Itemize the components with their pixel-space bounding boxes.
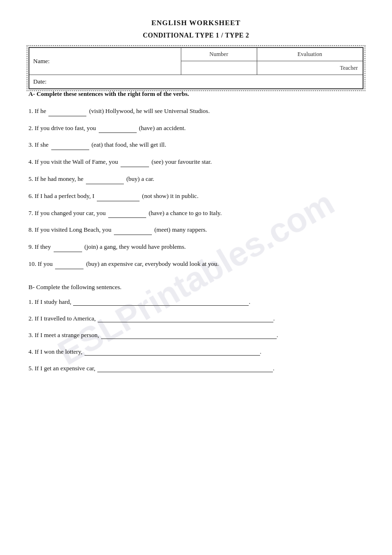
item-2-hint: (have) an accident. [138, 124, 186, 132]
period-b1: . [249, 298, 250, 305]
blank-2[interactable] [99, 123, 137, 133]
section-a-item-8: 8. If you visited Long Beach, you (meet)… [28, 225, 364, 235]
blank-10[interactable] [55, 259, 84, 269]
name-field[interactable]: Name: [29, 47, 181, 75]
period-b5: . [273, 365, 274, 372]
item-b2-text: 2. If I travelled to America, [28, 315, 96, 322]
item-3-number: 3. If she [28, 141, 50, 148]
item-4-hint: (see) your favourite star. [150, 158, 212, 165]
blank-1[interactable] [48, 106, 86, 116]
item-9-number: 9. If they [28, 243, 53, 250]
section-b-item-1: 1. If I study hard, . [28, 298, 364, 306]
section-a-item-10: 10. If you (buy) an expensive car, every… [28, 259, 364, 269]
section-a-item-4: 4. If you visit the Wall of Fame, you (s… [28, 157, 364, 167]
section-a-item-2: 2. If you drive too fast, you (have) an … [28, 123, 364, 133]
blank-4[interactable] [121, 157, 149, 167]
item-1-hint: (visit) Hollywood, he will see Universal… [87, 107, 209, 114]
blank-b3[interactable] [101, 331, 277, 339]
item-7-number: 7. If you changed your car, you [28, 209, 107, 216]
name-label: Name: [33, 57, 50, 65]
item-10-hint: (buy) an expensive car, everybody would … [84, 260, 219, 267]
section-a-item-3: 3. If she (eat) that food, she will get … [28, 140, 364, 150]
section-b-item-4: 4. If I won the lottery, . [28, 348, 364, 356]
item-8-hint: (meet) many rappers. [153, 226, 207, 233]
blank-9[interactable] [54, 242, 82, 252]
item-b1-text: 1. If I study hard, [28, 298, 71, 305]
item-1-number: 1. If he [28, 107, 47, 114]
item-7-hint: (have) a chance to go to Italy. [147, 209, 222, 216]
item-5-number: 5. If he had money, he [28, 175, 85, 182]
number-value-cell[interactable] [181, 61, 257, 75]
section-b-item-5: 5. If I get an expensive car, . [28, 364, 364, 372]
blank-5[interactable] [86, 174, 124, 184]
blank-b5[interactable] [97, 364, 273, 372]
item-b3-text: 3. If I meet a strange person, [28, 331, 99, 339]
section-a-item-7: 7. If you changed your car, you (have) a… [28, 208, 364, 218]
blank-b1[interactable] [73, 298, 249, 306]
period-b3: . [277, 331, 278, 339]
section-b-title: B- Complete the following sentences. [28, 283, 364, 291]
section-a-item-1: 1. If he (visit) Hollywood, he will see … [28, 106, 364, 116]
item-3-hint: (eat) that food, she will get ill. [90, 141, 167, 148]
item-8-number: 8. If you visited Long Beach, you [28, 226, 113, 233]
period-b4: . [260, 348, 261, 355]
section-a-item-6: 6. If I had a perfect body, I (not show)… [28, 191, 364, 201]
page-title: ENGLISH WORKSHEET [28, 19, 364, 27]
item-5-hint: (buy) a car. [125, 175, 154, 182]
page-subtitle: CONDITIONAL TYPE 1 / TYPE 2 [28, 32, 364, 39]
date-field[interactable]: Date: [29, 75, 363, 89]
blank-b4[interactable] [84, 348, 260, 356]
section-b-item-3: 3. If I meet a strange person, . [28, 331, 364, 339]
item-4-number: 4. If you visit the Wall of Fame, you [28, 158, 120, 165]
number-label: Number [181, 47, 257, 61]
item-6-number: 6. If I had a perfect body, I [28, 192, 96, 199]
blank-3[interactable] [51, 140, 89, 150]
header-table: Name: Number Evaluation Teacher Date: [28, 47, 364, 89]
item-2-number: 2. If you drive too fast, you [28, 124, 98, 132]
section-a-item-9: 9. If they (join) a gang, they would hav… [28, 242, 364, 252]
blank-8[interactable] [114, 225, 152, 235]
item-b4-text: 4. If I won the lottery, [28, 348, 83, 355]
blank-7[interactable] [108, 208, 146, 218]
section-b-item-2: 2. If I travelled to America, . [28, 314, 364, 322]
evaluation-label: Evaluation [257, 47, 363, 61]
blank-6[interactable] [97, 191, 140, 201]
date-label: Date: [33, 78, 47, 85]
period-b2: . [273, 315, 275, 322]
item-b5-text: 5. If I get an expensive car, [28, 365, 95, 372]
item-6-hint: (not show) it in public. [140, 192, 198, 199]
item-9-hint: (join) a gang, they would have problems. [83, 243, 186, 250]
teacher-label: Teacher [257, 61, 363, 75]
blank-b2[interactable] [98, 314, 273, 322]
item-10-number: 10. If you [28, 260, 54, 267]
section-a-title: A- Complete these sentences with the rig… [28, 89, 364, 99]
section-a-item-5: 5. If he had money, he (buy) a car. [28, 174, 364, 184]
